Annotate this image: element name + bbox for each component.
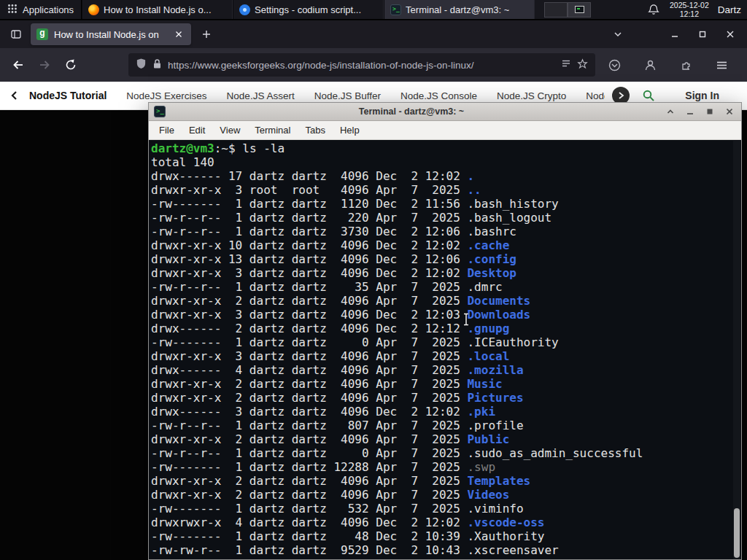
url-text: https://www.geeksforgeeks.org/node-js/in…	[168, 60, 555, 71]
terminal-window: Terminal - dartz@vm3: ~ FileEditViewTerm…	[148, 102, 742, 560]
terminal-line: drwxr-xr-x 2 dartz dartz 4096 Apr 7 2025…	[151, 488, 732, 502]
task-button-terminal[interactable]: Terminal - dartz@vm3: ~	[384, 0, 535, 19]
reader-view-icon[interactable]	[561, 58, 571, 71]
account-icon[interactable]	[639, 54, 661, 76]
forward-icon[interactable]	[34, 54, 55, 76]
terminal-line: drwx------ 3 dartz dartz 4096 Dec 2 12:0…	[151, 405, 732, 419]
pocket-icon[interactable]	[603, 54, 625, 76]
workspace-1[interactable]	[544, 2, 568, 18]
line-metadata: drwxr-xr-x 2 dartz dartz 4096 Apr 7 2025	[151, 488, 467, 502]
workspace-switcher[interactable]	[544, 2, 591, 18]
terminal-scrollbar-thumb[interactable]	[734, 508, 740, 558]
task-title: Terminal - dartz@vm3: ~	[406, 4, 509, 15]
terminal-line: -rw------- 1 dartz dartz 48 Dec 2 10:39 …	[151, 529, 732, 543]
extensions-puzzle-icon[interactable]	[675, 54, 697, 76]
gfg-nav-item[interactable]: NodeJS Tutorial	[29, 90, 107, 101]
desktop: Applications How to Install Node.js o...…	[0, 0, 747, 560]
back-icon[interactable]	[7, 54, 29, 76]
tab-close-icon[interactable]	[172, 28, 185, 41]
file-name: .mozilla	[467, 363, 523, 377]
window-close-button[interactable]	[719, 25, 741, 44]
file-name: .viminfo	[467, 502, 523, 516]
line-metadata: -rw------- 1 dartz dartz 1120 Dec 2 11:5…	[151, 197, 467, 211]
user-menu[interactable]: Dartz	[718, 4, 741, 15]
terminal-menu-view[interactable]: View	[212, 121, 247, 139]
terminal-menu-file[interactable]: File	[152, 121, 182, 139]
terminal-line: -rw------- 1 dartz dartz 1120 Dec 2 11:5…	[151, 197, 732, 211]
reload-icon[interactable]	[60, 54, 82, 76]
task-button-firefox[interactable]: How to Install Node.js o...	[82, 0, 233, 19]
padlock-icon[interactable]	[152, 58, 162, 72]
file-name: .bash_history	[467, 197, 558, 211]
terminal-line: -rw-r--r-- 1 dartz dartz 3730 Dec 2 12:0…	[151, 225, 732, 238]
new-tab-button[interactable]	[197, 25, 216, 44]
applications-menu-button[interactable]: Applications	[0, 0, 81, 19]
terminal-menu-edit[interactable]: Edit	[182, 121, 212, 139]
gfg-nav-item[interactable]: Node.JS Assert	[227, 90, 295, 101]
list-all-tabs-icon[interactable]	[607, 25, 629, 44]
notifications-bell-icon[interactable]	[648, 4, 659, 15]
line-metadata: -rw------- 1 dartz dartz 12288 Apr 7 202…	[151, 460, 467, 474]
gfg-nav-item[interactable]: Node.JS Console	[400, 90, 477, 101]
terminal-scrollbar[interactable]	[733, 141, 740, 559]
terminal-titlebar[interactable]: Terminal - dartz@vm3: ~	[149, 103, 741, 121]
window-maximize-button[interactable]	[692, 25, 713, 44]
sign-in-button[interactable]: Sign In	[685, 90, 719, 101]
workspace-2[interactable]	[568, 2, 591, 18]
task-button-codium[interactable]: Settings - codium script...	[233, 0, 384, 19]
gfg-nav-item[interactable]: Node.JS DNS	[586, 90, 605, 101]
tab-bar: How to Install Node.js on	[0, 20, 747, 48]
terminal-menu-terminal[interactable]: Terminal	[247, 121, 298, 139]
terminal-line: drwxr-xr-x 2 dartz dartz 4096 Apr 7 2025…	[151, 474, 732, 488]
terminal-menu-help[interactable]: Help	[333, 121, 367, 139]
navigation-toolbar: https://www.geeksforgeeks.org/node-js/in…	[0, 48, 747, 82]
terminal-shade-button[interactable]	[664, 105, 677, 118]
file-name: .bashrc	[467, 225, 516, 238]
top-panel: Applications How to Install Node.js o...…	[0, 0, 747, 20]
browser-tab[interactable]: How to Install Node.js on	[31, 23, 191, 45]
nav-scroll-left-icon[interactable]	[7, 88, 22, 103]
gfg-favicon	[36, 28, 48, 40]
gfg-nav-item[interactable]: Node.JS Crypto	[497, 90, 566, 101]
terminal-maximize-button[interactable]	[703, 105, 716, 118]
workspace-window-icon	[575, 6, 584, 13]
line-metadata: -rw------- 1 dartz dartz 0 Apr 7 2025	[151, 335, 467, 349]
gfg-nav-item[interactable]: NodeJS Exercises	[126, 90, 206, 101]
terminal-line: -rw-rw-r-- 1 dartz dartz 9529 Dec 2 10:4…	[151, 543, 732, 557]
prompt-path: :~$	[214, 141, 236, 155]
terminal-line: drwxr-xr-x 3 dartz dartz 4096 Dec 2 12:0…	[151, 308, 732, 322]
terminal-line: drwx------ 2 dartz dartz 4096 Dec 2 12:1…	[151, 322, 732, 335]
line-metadata: drwxr-xr-x 3 dartz dartz 4096 Apr 7 2025	[151, 349, 467, 363]
terminal-line: drwxr-xr-x 2 dartz dartz 4096 Apr 7 2025…	[151, 294, 732, 308]
menu-hamburger-icon[interactable]	[711, 54, 732, 76]
line-metadata: drwxr-xr-x 2 dartz dartz 4096 Apr 7 2025	[151, 377, 467, 391]
terminal-screen[interactable]: dartz@vm3:~$ ls -latotal 140drwx------ 1…	[149, 140, 741, 559]
codium-icon	[239, 4, 250, 15]
clock[interactable]: 2025-12-02 12:12	[670, 1, 709, 18]
file-name: .vscode-oss	[467, 516, 544, 529]
line-metadata: -rw-r--r-- 1 dartz dartz 0 Apr 7 2025	[151, 446, 467, 460]
file-name: .ICEauthority	[467, 335, 558, 349]
terminal-line: -rw------- 1 dartz dartz 532 Apr 7 2025 …	[151, 502, 732, 516]
line-metadata: drwxr-xr-x 3 dartz dartz 4096 Dec 2 12:0…	[151, 266, 467, 280]
file-name: .Xauthority	[467, 529, 544, 543]
file-name: ..	[467, 183, 481, 197]
bookmark-star-icon[interactable]	[577, 58, 588, 72]
line-metadata: drwxr-xr-x 3 dartz dartz 4096 Dec 2 12:0…	[151, 308, 467, 322]
terminal-line: -rw-r--r-- 1 dartz dartz 807 Apr 7 2025 …	[151, 419, 732, 432]
file-name: Music	[467, 377, 502, 391]
file-name: .profile	[467, 419, 523, 432]
url-bar[interactable]: https://www.geeksforgeeks.org/node-js/in…	[128, 53, 595, 77]
window-minimize-button[interactable]	[664, 25, 686, 44]
terminal-close-button[interactable]	[723, 105, 736, 118]
file-name: .	[467, 169, 474, 183]
firefox-view-icon[interactable]	[6, 24, 26, 44]
terminal-title: Terminal - dartz@vm3: ~	[166, 106, 657, 117]
file-name: .config	[467, 252, 516, 266]
tracking-shield-icon[interactable]	[136, 58, 147, 72]
gfg-nav-item[interactable]: Node.JS Buffer	[314, 90, 381, 101]
terminal-line: drwxr-xr-x 3 dartz dartz 4096 Apr 7 2025…	[151, 349, 732, 363]
terminal-menu-tabs[interactable]: Tabs	[298, 121, 332, 139]
terminal-minimize-button[interactable]	[684, 105, 697, 118]
line-metadata: -rw-r--r-- 1 dartz dartz 35 Apr 7 2025	[151, 280, 467, 294]
